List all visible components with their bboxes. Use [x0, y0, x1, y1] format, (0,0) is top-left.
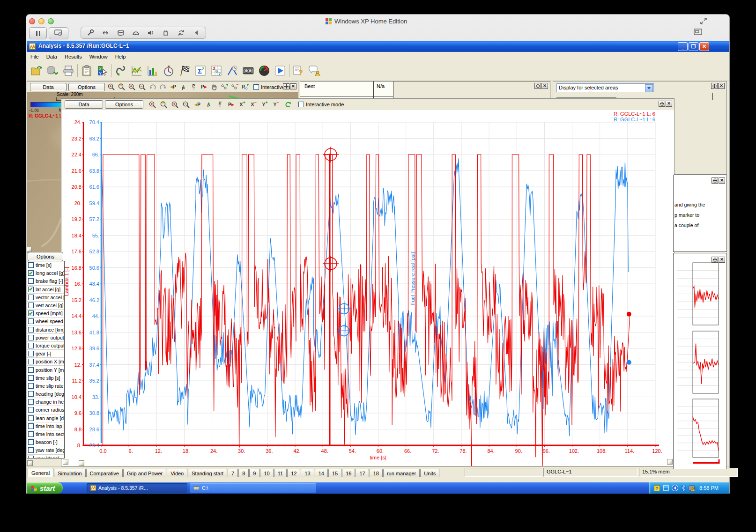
chart-resize-grip-right[interactable]: [667, 459, 673, 465]
marker-down-icon[interactable]: P▽: [189, 83, 198, 91]
mac-close-button[interactable]: [29, 18, 35, 24]
bluetooth-tray-icon[interactable]: [681, 485, 686, 491]
range-add-icon[interactable]: R: [241, 83, 250, 91]
maximize-button[interactable]: ❐: [689, 42, 698, 51]
channel-row[interactable]: time slip [s]: [27, 374, 64, 382]
minicharts-close-button[interactable]: ✕: [719, 257, 725, 263]
channel-checkbox[interactable]: [28, 383, 34, 389]
tab-grip-and-power[interactable]: Grip and Power: [123, 469, 166, 477]
y-plus-icon[interactable]: Y+: [260, 100, 269, 109]
channel-row[interactable]: torque output: [27, 342, 64, 350]
angle-clock-icon[interactable]: [225, 64, 239, 78]
tab-simulation[interactable]: Simulation: [54, 469, 85, 477]
map-move-button[interactable]: [283, 83, 289, 89]
arrows-icon[interactable]: [98, 27, 112, 38]
channel-checkbox[interactable]: [28, 439, 34, 445]
mac-minimize-button[interactable]: [38, 18, 44, 24]
zoom-in-icon[interactable]: [127, 83, 136, 91]
channel-row[interactable]: wheel speed: [27, 318, 64, 325]
channel-row[interactable]: yaw rate [deg: [27, 446, 64, 454]
taskbar-task-analysis[interactable]: Analysis - 8.5.357 /R...: [87, 483, 187, 493]
tab-14[interactable]: 14: [315, 469, 328, 477]
dropdown-chevron-icon[interactable]: [645, 84, 653, 92]
laptime-move-button[interactable]: [534, 83, 541, 89]
tab-run-manager[interactable]: run manager: [383, 469, 420, 477]
channel-row[interactable]: gear [-]: [27, 350, 64, 358]
chart-plot-background[interactable]: 24.23.222.421.620.820.19.218.417.616.816…: [62, 110, 674, 466]
track-select-icon[interactable]: R: [117, 83, 126, 91]
minimize-button[interactable]: _: [678, 42, 688, 51]
channel-row[interactable]: power output: [27, 334, 64, 342]
tab-16[interactable]: 16: [342, 469, 355, 477]
xy-cursor-icon[interactable]: XY: [96, 64, 110, 78]
note-close-button[interactable]: ✕: [719, 177, 725, 184]
help-doc-icon[interactable]: ?: [291, 64, 305, 78]
tab-video[interactable]: Video: [167, 469, 187, 477]
node-add-icon[interactable]: [220, 83, 229, 91]
tab-11[interactable]: 11: [274, 469, 287, 477]
marker-down-icon[interactable]: P▽: [215, 100, 224, 109]
chart-interactive-checkbox[interactable]: [298, 102, 304, 107]
display-move-button[interactable]: [711, 83, 718, 89]
channel-checkbox[interactable]: [28, 343, 34, 348]
node-remove-icon[interactable]: [230, 83, 239, 91]
channel-checkbox[interactable]: [28, 262, 34, 268]
back-arrow-icon[interactable]: [189, 27, 203, 38]
channel-resize-grip[interactable]: [27, 460, 33, 466]
laptime-close-button[interactable]: ✕: [541, 83, 548, 89]
sigma-squared-icon[interactable]: Σ2: [193, 64, 208, 78]
channel-row[interactable]: yaw [degs]: [27, 455, 64, 459]
channel-checkbox[interactable]: ✔: [28, 287, 34, 292]
zoom-in-icon[interactable]: [170, 100, 179, 109]
stopwatch-icon[interactable]: [162, 64, 176, 78]
menu-results[interactable]: Results: [61, 53, 86, 60]
rotate-icon[interactable]: [283, 100, 292, 109]
menu-window[interactable]: Window: [86, 53, 111, 60]
mac-zoom-button[interactable]: [48, 18, 54, 24]
layout-tray-icon[interactable]: [663, 485, 669, 491]
channel-checkbox[interactable]: [28, 447, 34, 453]
chart-bottom-grip[interactable]: [79, 460, 84, 466]
channel-checkbox[interactable]: [28, 335, 34, 340]
speaker-icon[interactable]: [144, 27, 158, 38]
channel-checkbox[interactable]: [28, 295, 34, 300]
channel-row[interactable]: distance [km]: [27, 326, 64, 334]
zoom-box-icon[interactable]: [107, 83, 116, 91]
channel-row[interactable]: time [s]: [27, 261, 64, 269]
track-select-icon[interactable]: R: [159, 100, 168, 109]
channel-row[interactable]: vert accel [g]: [27, 302, 64, 310]
tab-9[interactable]: 9: [249, 469, 259, 477]
tab-general[interactable]: General: [28, 468, 53, 477]
channel-row[interactable]: change in hea: [27, 398, 64, 406]
tab-7[interactable]: 7: [228, 469, 238, 477]
channel-row[interactable]: lean angle [de: [27, 414, 64, 422]
menu-data[interactable]: Data: [43, 53, 61, 60]
wrench-icon[interactable]: [83, 27, 97, 38]
clipboard-icon[interactable]: [80, 64, 94, 78]
channel-checkbox[interactable]: [28, 431, 34, 437]
channel-checkbox[interactable]: [28, 407, 34, 413]
pan-hand-icon[interactable]: [210, 83, 219, 91]
tab-12[interactable]: 12: [287, 469, 300, 477]
channel-row[interactable]: position Y [m]: [27, 366, 64, 374]
maths-grid-icon[interactable]: 367: [209, 64, 223, 78]
channel-row[interactable]: vector accel [: [27, 294, 64, 302]
display-dropdown[interactable]: Display for selected areas: [556, 83, 654, 92]
channel-row[interactable]: time into lap [: [27, 422, 64, 430]
chart-move-button[interactable]: [659, 101, 665, 107]
channel-row[interactable]: time slip rate: [27, 382, 64, 390]
chart-close-button[interactable]: ✕: [666, 101, 672, 107]
channel-checkbox[interactable]: [28, 391, 34, 397]
line-chart-icon[interactable]: [130, 64, 144, 78]
map-interactive-checkbox[interactable]: [253, 84, 259, 90]
x-minus-icon[interactable]: X−: [249, 100, 258, 109]
channel-row[interactable]: beacon [-]: [27, 438, 64, 446]
channel-row[interactable]: position X [m]: [27, 358, 64, 366]
channel-row[interactable]: ✔speed [mph]: [27, 310, 64, 318]
channel-row[interactable]: heading [degs: [27, 390, 64, 398]
marker-up-icon[interactable]: ▲P: [179, 83, 188, 91]
tab-17[interactable]: 17: [356, 469, 369, 477]
media-tray-icon[interactable]: [672, 485, 678, 491]
tab-15[interactable]: 15: [328, 469, 341, 477]
taskbar-task-c-drive[interactable]: C:\: [190, 483, 316, 493]
